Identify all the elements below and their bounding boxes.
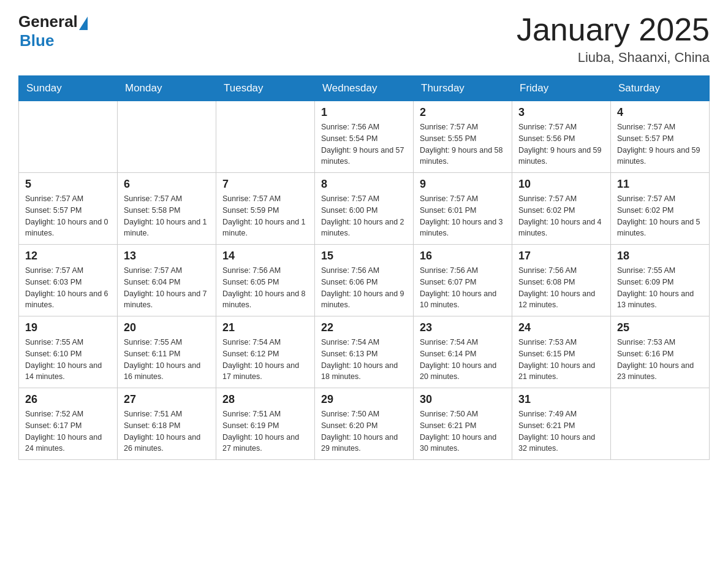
calendar-cell: 22Sunrise: 7:54 AM Sunset: 6:13 PM Dayli… [315,316,414,388]
day-number: 13 [124,250,210,262]
day-info: Sunrise: 7:57 AM Sunset: 6:01 PM Dayligh… [420,193,506,239]
calendar-cell: 26Sunrise: 7:52 AM Sunset: 6:17 PM Dayli… [19,388,118,460]
day-info: Sunrise: 7:51 AM Sunset: 6:19 PM Dayligh… [222,408,308,454]
day-header-monday: Monday [118,76,216,101]
day-info: Sunrise: 7:50 AM Sunset: 6:20 PM Dayligh… [321,408,407,454]
day-info: Sunrise: 7:54 AM Sunset: 6:14 PM Dayligh… [420,337,506,383]
calendar-title: January 2025 [517,12,710,47]
day-header-saturday: Saturday [611,76,710,101]
calendar-cell: 6Sunrise: 7:57 AM Sunset: 5:58 PM Daylig… [118,173,216,245]
week-row-1: 1Sunrise: 7:56 AM Sunset: 5:54 PM Daylig… [19,101,710,173]
day-header-tuesday: Tuesday [216,76,315,101]
day-number: 31 [518,393,604,406]
day-number: 10 [518,178,604,191]
day-header-thursday: Thursday [414,76,512,101]
calendar-cell: 29Sunrise: 7:50 AM Sunset: 6:20 PM Dayli… [315,388,414,460]
calendar-cell: 4Sunrise: 7:57 AM Sunset: 5:57 PM Daylig… [611,101,710,173]
day-info: Sunrise: 7:57 AM Sunset: 5:57 PM Dayligh… [617,121,703,167]
calendar-cell: 18Sunrise: 7:55 AM Sunset: 6:09 PM Dayli… [611,245,710,316]
calendar-cell: 16Sunrise: 7:56 AM Sunset: 6:07 PM Dayli… [414,245,512,316]
day-info: Sunrise: 7:56 AM Sunset: 6:07 PM Dayligh… [420,265,506,311]
calendar-cell: 3Sunrise: 7:57 AM Sunset: 5:56 PM Daylig… [512,101,611,173]
calendar-cell: 20Sunrise: 7:55 AM Sunset: 6:11 PM Dayli… [118,316,216,388]
logo-blue-text: Blue [20,31,54,50]
day-number: 6 [124,178,210,191]
calendar-cell: 25Sunrise: 7:53 AM Sunset: 6:16 PM Dayli… [611,316,710,388]
logo: General Blue [18,12,88,50]
day-info: Sunrise: 7:49 AM Sunset: 6:21 PM Dayligh… [518,408,604,454]
day-number: 21 [222,321,308,334]
day-info: Sunrise: 7:57 AM Sunset: 5:57 PM Dayligh… [25,193,111,239]
day-number: 24 [518,321,604,334]
day-info: Sunrise: 7:57 AM Sunset: 5:59 PM Dayligh… [222,193,308,239]
day-number: 8 [321,178,407,191]
day-info: Sunrise: 7:57 AM Sunset: 6:02 PM Dayligh… [518,193,604,239]
day-info: Sunrise: 7:51 AM Sunset: 6:18 PM Dayligh… [124,408,210,454]
day-number: 7 [222,178,308,191]
day-info: Sunrise: 7:57 AM Sunset: 6:00 PM Dayligh… [321,193,407,239]
day-info: Sunrise: 7:55 AM Sunset: 6:10 PM Dayligh… [25,337,111,383]
day-header-friday: Friday [512,76,611,101]
day-info: Sunrise: 7:57 AM Sunset: 6:03 PM Dayligh… [25,265,111,311]
day-number: 22 [321,321,407,334]
calendar-cell: 11Sunrise: 7:57 AM Sunset: 6:02 PM Dayli… [611,173,710,245]
day-info: Sunrise: 7:57 AM Sunset: 5:56 PM Dayligh… [518,121,604,167]
day-header-wednesday: Wednesday [315,76,414,101]
week-row-4: 19Sunrise: 7:55 AM Sunset: 6:10 PM Dayli… [19,316,710,388]
day-info: Sunrise: 7:56 AM Sunset: 5:54 PM Dayligh… [321,121,407,167]
week-row-5: 26Sunrise: 7:52 AM Sunset: 6:17 PM Dayli… [19,388,710,460]
calendar-table: SundayMondayTuesdayWednesdayThursdayFrid… [18,75,710,460]
day-header-sunday: Sunday [19,76,118,101]
day-number: 11 [617,178,703,191]
calendar-cell [118,101,216,173]
day-number: 20 [124,321,210,334]
calendar-cell: 27Sunrise: 7:51 AM Sunset: 6:18 PM Dayli… [118,388,216,460]
day-number: 9 [420,178,506,191]
day-info: Sunrise: 7:52 AM Sunset: 6:17 PM Dayligh… [25,408,111,454]
day-number: 27 [124,393,210,406]
day-number: 28 [222,393,308,406]
week-row-3: 12Sunrise: 7:57 AM Sunset: 6:03 PM Dayli… [19,245,710,316]
calendar-cell: 2Sunrise: 7:57 AM Sunset: 5:55 PM Daylig… [414,101,512,173]
calendar-cell: 30Sunrise: 7:50 AM Sunset: 6:21 PM Dayli… [414,388,512,460]
day-info: Sunrise: 7:57 AM Sunset: 5:58 PM Dayligh… [124,193,210,239]
day-number: 2 [420,106,506,119]
calendar-cell: 13Sunrise: 7:57 AM Sunset: 6:04 PM Dayli… [118,245,216,316]
title-section: January 2025 Liuba, Shaanxi, China [517,12,710,66]
calendar-subtitle: Liuba, Shaanxi, China [517,50,710,66]
calendar-cell: 10Sunrise: 7:57 AM Sunset: 6:02 PM Dayli… [512,173,611,245]
day-number: 3 [518,106,604,119]
calendar-cell [216,101,315,173]
calendar-cell: 9Sunrise: 7:57 AM Sunset: 6:01 PM Daylig… [414,173,512,245]
day-number: 12 [25,250,111,262]
calendar-cell: 19Sunrise: 7:55 AM Sunset: 6:10 PM Dayli… [19,316,118,388]
day-info: Sunrise: 7:56 AM Sunset: 6:05 PM Dayligh… [222,265,308,311]
day-info: Sunrise: 7:54 AM Sunset: 6:12 PM Dayligh… [222,337,308,383]
calendar-cell: 8Sunrise: 7:57 AM Sunset: 6:00 PM Daylig… [315,173,414,245]
calendar-cell: 31Sunrise: 7:49 AM Sunset: 6:21 PM Dayli… [512,388,611,460]
day-info: Sunrise: 7:57 AM Sunset: 6:02 PM Dayligh… [617,193,703,239]
calendar-cell: 28Sunrise: 7:51 AM Sunset: 6:19 PM Dayli… [216,388,315,460]
calendar-cell: 21Sunrise: 7:54 AM Sunset: 6:12 PM Dayli… [216,316,315,388]
calendar-cell: 1Sunrise: 7:56 AM Sunset: 5:54 PM Daylig… [315,101,414,173]
logo-general-text: General [18,12,78,31]
day-info: Sunrise: 7:57 AM Sunset: 5:55 PM Dayligh… [420,121,506,167]
day-number: 5 [25,178,111,191]
days-header-row: SundayMondayTuesdayWednesdayThursdayFrid… [19,76,710,101]
day-number: 26 [25,393,111,406]
day-info: Sunrise: 7:57 AM Sunset: 6:04 PM Dayligh… [124,265,210,311]
day-info: Sunrise: 7:55 AM Sunset: 6:09 PM Dayligh… [617,265,703,311]
calendar-cell: 7Sunrise: 7:57 AM Sunset: 5:59 PM Daylig… [216,173,315,245]
day-info: Sunrise: 7:56 AM Sunset: 6:08 PM Dayligh… [518,265,604,311]
day-number: 4 [617,106,703,119]
day-info: Sunrise: 7:53 AM Sunset: 6:15 PM Dayligh… [518,337,604,383]
day-number: 29 [321,393,407,406]
week-row-2: 5Sunrise: 7:57 AM Sunset: 5:57 PM Daylig… [19,173,710,245]
day-number: 30 [420,393,506,406]
calendar-cell [611,388,710,460]
day-number: 19 [25,321,111,334]
day-number: 14 [222,250,308,262]
calendar-cell [19,101,118,173]
day-info: Sunrise: 7:53 AM Sunset: 6:16 PM Dayligh… [617,337,703,383]
calendar-cell: 12Sunrise: 7:57 AM Sunset: 6:03 PM Dayli… [19,245,118,316]
